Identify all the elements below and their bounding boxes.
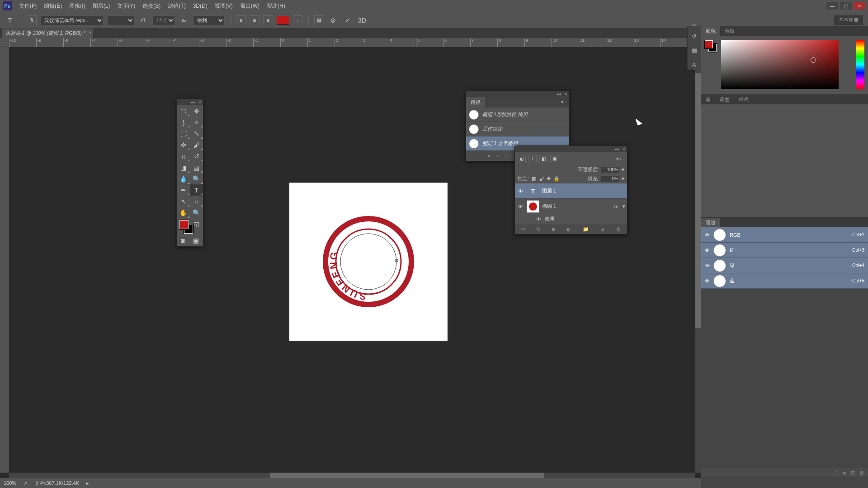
panel-drag-handle[interactable]: ◂◂ × bbox=[515, 146, 627, 152]
collapse-icon[interactable]: ◂◂ bbox=[557, 92, 561, 96]
visibility-eye-icon[interactable]: 👁 bbox=[705, 232, 710, 238]
workspace-switcher[interactable]: 基本功能 bbox=[834, 15, 863, 25]
lasso-tool[interactable]: ⟆ bbox=[177, 117, 190, 128]
stroke-path-icon[interactable]: ○ bbox=[496, 153, 499, 159]
minimize-button[interactable]: — bbox=[826, 2, 838, 9]
pen-tool[interactable]: ✒ bbox=[177, 184, 190, 196]
tools-panel[interactable]: ◂◂ × ⬚ ✥ ⟆ ✧ ⛶ ✎ ✜ 🖌 ⎌ ↺ ◨ ▦ 💧 🔍 ✒ T ↖ ○… bbox=[176, 99, 203, 247]
filter-shape-icon[interactable]: ▣ bbox=[550, 155, 558, 163]
type-tool[interactable]: T bbox=[190, 184, 203, 196]
align-center-button[interactable]: ≡ bbox=[250, 15, 259, 25]
close-button[interactable]: ✕ bbox=[854, 2, 865, 9]
visibility-eye-icon[interactable]: 👁 bbox=[517, 204, 524, 209]
channel-row[interactable]: 👁绿Ctrl+4 bbox=[701, 258, 868, 273]
path-item[interactable]: 工作路径 bbox=[466, 122, 569, 136]
scroll-thumb[interactable] bbox=[270, 473, 544, 478]
aa-select[interactable]: 锐利 bbox=[193, 15, 225, 25]
align-right-button[interactable]: ≡ bbox=[263, 15, 273, 25]
new-channel-icon[interactable]: ⊞ bbox=[851, 470, 855, 476]
collapse-icon[interactable]: ◂◂ bbox=[614, 147, 619, 151]
path-item[interactable]: 椭圆 1形状路径 拷贝 bbox=[466, 108, 569, 122]
menu-3d[interactable]: 3D(D) bbox=[189, 3, 211, 9]
dodge-tool[interactable]: 🔍 bbox=[190, 173, 203, 184]
channel-row[interactable]: 👁RGBCtrl+2 bbox=[701, 227, 868, 243]
color-panel[interactable] bbox=[701, 36, 868, 94]
style-panel[interactable] bbox=[701, 104, 868, 217]
fill-path-icon[interactable]: ● bbox=[487, 153, 491, 159]
close-icon[interactable]: × bbox=[565, 91, 567, 97]
cancel-icon[interactable]: ⊘ bbox=[328, 15, 339, 26]
fill-input[interactable] bbox=[601, 175, 620, 182]
menu-file[interactable]: 文件(F) bbox=[15, 2, 40, 10]
channel-row[interactable]: 👁蓝Ctrl+5 bbox=[701, 273, 868, 289]
spot-healing-tool[interactable]: ✜ bbox=[177, 139, 190, 150]
collapsed-panel-strip[interactable]: ▸▸ ↺ ▦ A bbox=[687, 26, 701, 70]
panel-menu-icon[interactable]: ▾≡ bbox=[613, 154, 624, 164]
screen-mode-button[interactable]: ▣ bbox=[193, 236, 199, 244]
move-tool[interactable]: ✥ bbox=[190, 105, 203, 117]
fx-indicator[interactable]: fx bbox=[614, 204, 618, 209]
color-tab[interactable]: 颜色 bbox=[701, 26, 720, 36]
panel-drag-handle[interactable]: ◂◂ × bbox=[466, 91, 569, 97]
align-left-button[interactable]: ≡ bbox=[236, 15, 246, 25]
lock-paint-icon[interactable]: 🖌 bbox=[539, 176, 544, 182]
layer-name[interactable]: 椭圆 1 bbox=[542, 203, 556, 210]
three-d-button[interactable]: 3D bbox=[357, 15, 368, 26]
warp-text-button[interactable]: ⫞ bbox=[293, 15, 303, 25]
channel-row[interactable]: 👁红Ctrl+3 bbox=[701, 243, 868, 258]
menu-select[interactable]: 选择(S) bbox=[139, 2, 164, 10]
canvas-area[interactable]: SUNFENG bbox=[9, 47, 695, 473]
lock-transparent-icon[interactable]: ▦ bbox=[532, 176, 536, 182]
character-panel-button[interactable]: ▦ bbox=[314, 15, 324, 25]
document-tab[interactable]: 未标题-1 @ 100% (椭圆 1, RGB/8) * × bbox=[2, 28, 93, 38]
new-adjustment-icon[interactable]: ◐ bbox=[566, 226, 571, 232]
ruler-origin[interactable] bbox=[0, 38, 9, 47]
channels-tab[interactable]: 通道 bbox=[701, 218, 720, 227]
delete-layer-icon[interactable]: 🗑 bbox=[616, 226, 621, 232]
history-brush-tool[interactable]: ↺ bbox=[190, 150, 203, 162]
foreground-background-swatch[interactable]: ⇄ bbox=[177, 218, 190, 235]
shape-tool[interactable]: ○ bbox=[190, 196, 203, 207]
eraser-tool[interactable]: ◨ bbox=[177, 162, 190, 173]
opacity-input[interactable] bbox=[601, 166, 620, 173]
menu-view[interactable]: 视图(V) bbox=[211, 2, 236, 10]
paths-tab[interactable]: 路径 bbox=[466, 97, 485, 108]
lock-position-icon[interactable]: ✥ bbox=[547, 176, 551, 182]
visibility-eye-icon[interactable]: 👁 bbox=[705, 263, 710, 268]
layer-thumb[interactable]: T bbox=[527, 185, 539, 197]
menu-filter[interactable]: 滤镜(T) bbox=[164, 2, 189, 10]
visibility-eye-icon[interactable]: 👁 bbox=[705, 278, 710, 284]
layer-effect-row[interactable]: 👁 效果 bbox=[515, 214, 627, 224]
orientation-button[interactable]: ⇅ bbox=[27, 15, 37, 25]
opacity-dropdown-icon[interactable]: ▾ bbox=[622, 167, 624, 173]
layer-style-icon[interactable]: fx bbox=[537, 226, 541, 232]
visibility-eye-icon[interactable]: 👁 bbox=[705, 248, 710, 253]
status-arrow-icon[interactable]: ↗ bbox=[24, 480, 28, 486]
weight-select[interactable]: - bbox=[107, 15, 134, 25]
text-color-swatch[interactable] bbox=[277, 16, 289, 25]
vertical-ruler[interactable] bbox=[0, 47, 9, 473]
panel-menu-icon[interactable]: ▾≡ bbox=[558, 97, 569, 108]
lock-all-icon[interactable]: 🔒 bbox=[553, 176, 560, 182]
save-selection-icon[interactable]: ◙ bbox=[843, 470, 846, 475]
eyedropper-tool[interactable]: ✎ bbox=[190, 128, 203, 139]
new-group-icon[interactable]: 📁 bbox=[583, 226, 589, 232]
artboard[interactable]: SUNFENG bbox=[289, 183, 448, 341]
layer-row[interactable]: 👁 椭圆 1 fx ▾ bbox=[515, 199, 627, 214]
brush-tool[interactable]: 🖌 bbox=[190, 139, 203, 150]
filter-pixel-icon[interactable]: ◐ bbox=[518, 155, 526, 163]
color-field[interactable] bbox=[721, 40, 839, 89]
layer-row[interactable]: 👁 T 图层 1 bbox=[515, 183, 627, 199]
menu-help[interactable]: 帮助(H) bbox=[263, 2, 289, 10]
magic-wand-tool[interactable]: ✧ bbox=[190, 117, 203, 128]
tab-close-icon[interactable]: × bbox=[89, 30, 91, 35]
hue-slider[interactable] bbox=[856, 40, 864, 89]
hand-tool[interactable]: ✋ bbox=[177, 207, 190, 218]
foreground-color[interactable] bbox=[179, 220, 189, 229]
path-selection-tool[interactable]: ↖ bbox=[177, 196, 190, 207]
foreground-color[interactable] bbox=[705, 40, 713, 48]
character-panel-icon[interactable]: A bbox=[689, 60, 699, 70]
status-play-icon[interactable]: ▸ bbox=[86, 480, 89, 486]
color-picker-marker[interactable] bbox=[811, 57, 816, 63]
history-panel-icon[interactable]: ↺ bbox=[689, 31, 699, 41]
